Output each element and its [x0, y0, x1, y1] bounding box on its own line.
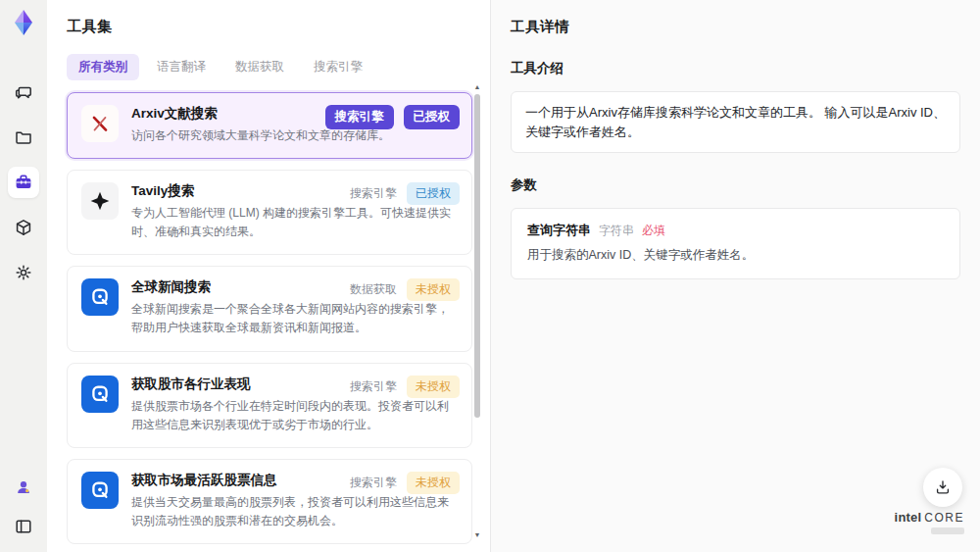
tool-tags: 搜索引擎 已授权	[350, 182, 460, 205]
panel-toggle-icon	[14, 517, 33, 536]
params-section-title: 参数	[511, 176, 960, 194]
scroll-down-arrow-icon[interactable]: ▼	[472, 530, 482, 540]
tool-card[interactable]: 获取股市各行业表现 提供股票市场各个行业在特定时间段内的表现。投资者可以利用这些…	[67, 363, 472, 448]
tool-description: 专为人工智能代理 (LLM) 构建的搜索引擎工具。可快速提供实时、准确和真实的结…	[131, 204, 458, 241]
tab-3[interactable]: 搜索引擎	[302, 54, 374, 80]
tool-icon-tile	[81, 182, 119, 220]
scroll-up-arrow-icon[interactable]: ▲	[472, 82, 482, 92]
tool-card[interactable]: Tavily搜索 专为人工智能代理 (LLM) 构建的搜索引擎工具。可快速提供实…	[67, 170, 472, 255]
intel-wordmark: intel	[895, 510, 922, 525]
list-scrollbar[interactable]: ▲ ▼	[472, 82, 482, 540]
parameter-header: 查询字符串 字符串 必填	[527, 222, 944, 239]
intro-section-title: 工具介绍	[511, 60, 960, 77]
tool-category-tag: 搜索引擎	[350, 378, 397, 395]
quark-browser-icon	[89, 479, 111, 501]
tool-list: Arxiv文献搜索 访问各个研究领域大量科学论文和文章的存储库。 搜索引擎 已授…	[67, 92, 472, 552]
toolbox-icon	[14, 173, 33, 192]
quark-browser-icon	[89, 383, 111, 405]
brand-sub-badge	[931, 527, 964, 534]
tool-icon-tile	[81, 105, 119, 142]
tool-status-badge: 未授权	[407, 376, 460, 398]
tab-0[interactable]: 所有类别	[67, 54, 139, 80]
collapse-panel-button[interactable]	[8, 511, 39, 542]
tool-card[interactable]: 全球新闻搜索 全球新闻搜索是一个聚合全球各大新闻网站内容的搜索引擎，帮助用户快速…	[67, 266, 472, 351]
tool-category-tag: 搜索引擎	[350, 475, 397, 491]
detail-title: 工具详情	[511, 18, 960, 36]
avatar-icon	[14, 477, 33, 497]
tool-card[interactable]: Arxiv文献搜索 访问各个研究领域大量科学论文和文章的存储库。 搜索引擎 已授…	[67, 92, 472, 159]
page-title: 工具集	[67, 18, 490, 36]
user-avatar[interactable]	[8, 472, 39, 503]
parameter-list: 查询字符串 字符串 必填 用于搜索的Arxiv ID、关键字或作者姓名。	[511, 208, 960, 279]
scrollbar-thumb[interactable]	[474, 94, 480, 418]
tool-icon-tile	[81, 278, 119, 316]
tool-status-badge: 已授权	[404, 105, 461, 129]
tool-tags: 搜索引擎 已授权	[325, 105, 461, 129]
sidebar-item-tools[interactable]	[8, 167, 39, 198]
tool-icon-tile	[81, 472, 119, 509]
tool-list-panel: 工具集 所有类别语言翻译数据获取搜索引擎 Arxiv文献搜索 访问各个研究领域大…	[47, 0, 491, 552]
sidebar-nav	[8, 76, 39, 288]
tool-status-badge: 未授权	[407, 472, 460, 494]
tool-description: 全球新闻搜索是一个聚合全球各大新闻网站内容的搜索引擎，帮助用户快速获取全球最新资…	[131, 300, 458, 337]
cube-icon	[14, 218, 33, 237]
sidebar-item-settings[interactable]	[8, 257, 39, 288]
sidebar-item-plugins[interactable]	[8, 212, 39, 243]
quark-browser-icon	[89, 286, 111, 308]
tool-description: 提供股票市场各个行业在特定时间段内的表现。投资者可以利用这些信息来识别表现优于或…	[131, 397, 458, 434]
left-sidebar	[0, 0, 47, 552]
folder-icon	[14, 127, 33, 147]
sidebar-bottom	[8, 472, 39, 542]
tool-detail-panel: 工具详情 工具介绍 一个用于从Arxiv存储库搜索科学论文和文章的工具。 输入可…	[491, 0, 980, 552]
parameter-name: 查询字符串	[527, 222, 591, 239]
category-tabs: 所有类别语言翻译数据获取搜索引擎	[67, 54, 490, 80]
download-icon	[934, 478, 952, 496]
chat-icon	[14, 82, 33, 102]
tool-description: 提供当天交易量最高的股票列表，投资者可以利用这些信息来识别流动性强的股票和潜在的…	[131, 493, 458, 530]
arxiv-icon	[89, 113, 111, 134]
tab-1[interactable]: 语言翻译	[145, 54, 218, 80]
tool-card[interactable]: 获取市场最活跃股票信息 提供当天交易量最高的股票列表，投资者可以利用这些信息来识…	[67, 459, 472, 544]
tab-2[interactable]: 数据获取	[223, 54, 296, 80]
app-logo-icon	[9, 8, 38, 37]
tool-category-tag: 搜索引擎	[325, 105, 394, 129]
sidebar-item-chat[interactable]	[8, 76, 39, 108]
sidebar-item-files[interactable]	[8, 122, 39, 153]
parameter-card: 查询字符串 字符串 必填 用于搜索的Arxiv ID、关键字或作者姓名。	[511, 208, 960, 279]
parameter-required-flag: 必填	[642, 223, 665, 239]
download-button[interactable]	[923, 468, 962, 507]
tool-tags: 搜索引擎 未授权	[350, 472, 460, 494]
tool-tags: 数据获取 未授权	[350, 278, 460, 301]
tool-tags: 搜索引擎 未授权	[350, 376, 460, 398]
tool-status-badge: 已授权	[407, 182, 460, 205]
settings-gear-icon	[14, 263, 33, 282]
tool-status-badge: 未授权	[407, 278, 460, 301]
tool-icon-tile	[81, 376, 119, 413]
parameter-type: 字符串	[599, 223, 634, 239]
parameter-description: 用于搜索的Arxiv ID、关键字或作者姓名。	[527, 247, 944, 264]
tool-category-tag: 搜索引擎	[350, 185, 397, 202]
tool-intro-card: 一个用于从Arxiv存储库搜索科学论文和文章的工具。 输入可以是Arxiv ID…	[511, 91, 960, 153]
tool-category-tag: 数据获取	[350, 281, 397, 298]
core-wordmark: CORE	[924, 511, 964, 525]
sparkle-icon	[89, 190, 111, 212]
intel-core-logo: intel CORE	[895, 510, 964, 534]
app-window: 工具集 所有类别语言翻译数据获取搜索引擎 Arxiv文献搜索 访问各个研究领域大…	[0, 0, 980, 552]
